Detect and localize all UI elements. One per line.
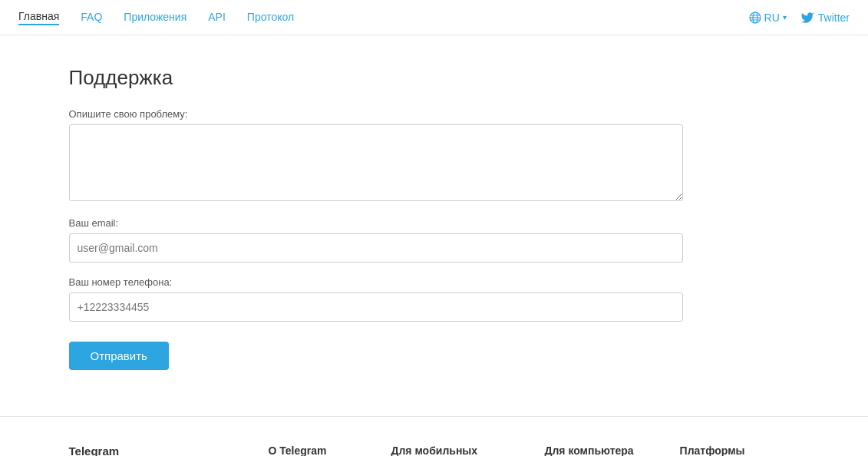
nav-link-приложения[interactable]: Приложения bbox=[124, 11, 186, 25]
nav-link-api[interactable]: API bbox=[208, 11, 226, 25]
lang-selector[interactable]: RU ▾ bbox=[749, 12, 787, 24]
footer-col-title: Платформы bbox=[680, 444, 757, 456]
twitter-link[interactable]: Twitter bbox=[800, 11, 850, 25]
nav-link-протокол[interactable]: Протокол bbox=[247, 11, 294, 25]
navbar: ГлавнаяFAQПриложенияAPIПротокол RU ▾ Twi… bbox=[0, 0, 868, 35]
chevron-down-icon: ▾ bbox=[783, 13, 787, 21]
lang-label: RU bbox=[764, 12, 780, 24]
globe-icon bbox=[749, 12, 761, 24]
problem-group: Опишите свою проблему: bbox=[69, 108, 800, 203]
footer: Telegram Telegram — это облачный мессенд… bbox=[51, 417, 818, 456]
footer-about: Telegram Telegram — это облачный мессенд… bbox=[69, 444, 223, 456]
problem-textarea[interactable] bbox=[69, 124, 683, 201]
email-input[interactable] bbox=[69, 233, 683, 263]
footer-col: ПлатформыAPIПереводыInstant View bbox=[680, 444, 757, 456]
footer-col: О TelegramFAQПриватностьДля СМИ bbox=[269, 444, 345, 456]
email-label: Ваш email: bbox=[69, 217, 800, 229]
submit-button[interactable]: Отправить bbox=[69, 342, 169, 370]
nav-right: RU ▾ Twitter bbox=[749, 11, 850, 25]
footer-col-title: Для компьютера bbox=[544, 444, 633, 456]
nav-link-главная[interactable]: Главная bbox=[18, 10, 59, 25]
footer-col-title: О Telegram bbox=[269, 444, 345, 456]
twitter-bird-icon bbox=[800, 11, 814, 25]
email-group: Ваш email: bbox=[69, 217, 800, 263]
main-content: Поддержка Опишите свою проблему: Ваш ema… bbox=[51, 35, 818, 416]
footer-about-title: Telegram bbox=[69, 444, 223, 456]
problem-label: Опишите свою проблему: bbox=[69, 108, 800, 120]
footer-col-title: Для мобильных bbox=[391, 444, 499, 456]
phone-input[interactable] bbox=[69, 292, 683, 322]
footer-columns: О TelegramFAQПриватностьДля СМИДля мобил… bbox=[269, 444, 757, 456]
footer-col: Для мобильныхiPhone/iPadAndroidМобильная… bbox=[391, 444, 499, 456]
phone-label: Ваш номер телефона: bbox=[69, 276, 800, 288]
page-title: Поддержка bbox=[69, 66, 800, 90]
nav-link-faq[interactable]: FAQ bbox=[81, 11, 102, 25]
phone-group: Ваш номер телефона: bbox=[69, 276, 800, 322]
footer-col: Для компьютераPC/Mac/LinuxmacOSВеб-верси… bbox=[544, 444, 633, 456]
twitter-label: Twitter bbox=[818, 12, 850, 24]
nav-links: ГлавнаяFAQПриложенияAPIПротокол bbox=[18, 10, 749, 25]
